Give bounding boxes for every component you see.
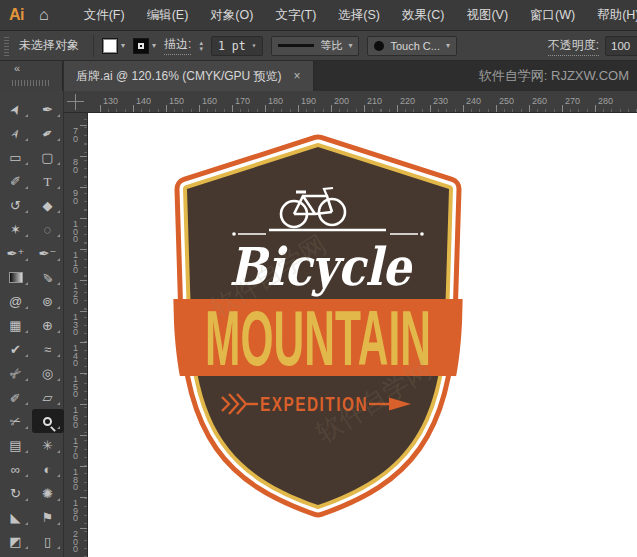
vruler-label: 2 0 0 [64,531,87,554]
chevron-down-icon[interactable]: ▾ [446,41,450,50]
fill-swatch[interactable] [102,38,118,54]
badge-artwork[interactable]: Bicycle MOUNTAIN EXPEDITION 软件自学网 软件自学网 [88,113,637,557]
artboard-tool[interactable]: ▯ [32,529,64,553]
menu-item-5[interactable]: 选择(S) [327,0,391,31]
eraser-tool-icon: ◆ [43,199,53,212]
blend-tool-icon: ⊚ [42,295,53,308]
pencil-tool[interactable]: ✏ [0,385,32,409]
free-transform-tool[interactable]: ✳ [32,433,64,457]
paintbrush-tool[interactable]: ✐ [0,169,32,193]
hruler-label: 170 [235,96,250,106]
symbol-spinner-tool-icon: ↻ [10,487,21,500]
symbol-sprayer-tool[interactable]: ▤ [0,433,32,457]
rectangular-grid-tool[interactable]: ▦ [0,313,32,337]
menu-bar: Ai ⌂ 文件(F)编辑(E)对象(O)文字(T)选择(S)效果(C)视图(V)… [0,0,637,31]
chevron-down-icon[interactable]: ▾ [152,41,156,50]
menu-item-9[interactable]: 帮助(H) [586,0,637,31]
symbol-sprayer-tool-icon: ▤ [9,439,21,452]
zoom-tool-icon [43,417,52,426]
shaper-tool[interactable]: ✔ [0,337,32,361]
toolbar-grip[interactable] [12,80,50,86]
opacity-panel-link[interactable]: 不透明度: [548,37,599,56]
polar-grid-tool[interactable]: ⊕ [32,313,64,337]
blend-tool[interactable]: ⊚ [32,289,64,313]
stroke-color-picker[interactable]: ▾ [133,38,156,54]
menu-item-3[interactable]: 对象(O) [199,0,264,31]
perspective-grid-tool[interactable]: ◣ [0,505,32,529]
collapse-panel-button[interactable]: « [14,62,20,74]
brush-dropdown[interactable]: Touch C... ▾ [367,36,457,56]
artboard-canvas[interactable]: Bicycle MOUNTAIN EXPEDITION 软件自学网 软件自学网 [88,113,637,557]
shape-builder-tool-icon: ◎ [42,367,53,380]
vruler-label: 1 0 0 [64,221,87,244]
horizontal-ruler[interactable]: 1301401501601701801902002102202302402502… [64,91,637,113]
vruler-label: 1 7 0 [64,438,87,461]
rotate-tool[interactable]: ↺ [0,193,32,217]
home-icon[interactable]: ⌂ [39,6,49,24]
symbol-shifter-tool[interactable]: ∞ [0,457,32,481]
symbol-scruncher-tool[interactable]: ◐ [32,457,64,481]
selection-status: 未选择对象 [19,37,79,54]
scissors-tool[interactable]: ✂ [0,409,32,433]
curvature-tool-icon: ✒ [40,125,56,142]
gradient-tool[interactable] [0,265,32,289]
opacity-field[interactable]: 100 [605,36,637,56]
stroke-panel-link[interactable]: 描边: [164,36,191,55]
graph-tool[interactable]: ⚑ [32,505,64,529]
magic-wand-tool[interactable]: ✶ [0,217,32,241]
stroke-weight-stepper[interactable]: ▴ ▾ [199,40,203,52]
spiral-tool[interactable]: @ [0,289,32,313]
app-logo[interactable]: Ai [9,6,24,24]
zoom-tool[interactable] [32,409,64,433]
ruler-tick [199,105,200,112]
chevron-down-icon[interactable]: ▾ [348,41,352,50]
ruler-tick [562,105,563,112]
warp-tool[interactable]: ≈ [32,337,64,361]
knife-tool[interactable]: ✄ [0,361,32,385]
close-tab-icon[interactable]: × [294,69,301,83]
polar-grid-tool-icon: ⊕ [42,319,53,332]
stroke-swatch[interactable] [133,38,149,54]
menu-item-6[interactable]: 效果(C) [391,0,455,31]
vertical-ruler[interactable]: 7 08 09 01 0 01 1 01 2 01 3 01 4 01 5 01… [64,113,88,557]
width-profile-label: 等比 [320,38,342,53]
pen-tool-icon: ✒ [42,103,53,116]
symbol-shifter-tool-icon: ∞ [11,463,20,476]
menu-item-2[interactable]: 编辑(E) [136,0,200,31]
symbol-stainer-tool[interactable]: ✺ [32,481,64,505]
chevron-down-icon[interactable]: ▾ [121,41,125,50]
selection-tool[interactable]: ➤ [0,97,32,121]
rounded-rectangle-tool[interactable]: ▢ [32,145,64,169]
pen-tool[interactable]: ✒ [32,97,64,121]
fill-color-picker[interactable]: ▾ [102,38,125,54]
width-profile-dropdown[interactable]: 等比 ▾ [271,36,359,56]
hruler-label: 150 [169,96,184,106]
type-tool[interactable]: T [32,169,64,193]
menu-item-7[interactable]: 视图(V) [455,0,519,31]
chevron-down-icon[interactable]: ▾ [252,41,257,50]
vruler-label: 9 0 [64,190,87,205]
eraser-tool[interactable]: ◆ [32,193,64,217]
step-down-icon[interactable]: ▾ [199,46,203,52]
menu-item-4[interactable]: 文字(T) [264,0,327,31]
free-transform-tool-icon: ✳ [42,439,53,452]
symbol-spinner-tool[interactable]: ↻ [0,481,32,505]
menu-item-1[interactable]: 文件(F) [73,0,136,31]
add-anchor-point-tool[interactable]: ✒⁺ [0,241,32,265]
ruler-origin-crosshair [64,91,88,113]
eyedropper-tool[interactable]: ✎ [32,265,64,289]
direct-selection-tool[interactable]: ➢ [0,121,32,145]
3d-object-tool[interactable]: ◩ [0,529,32,553]
delete-anchor-point-tool[interactable]: ✒⁻ [32,241,64,265]
lasso-tool[interactable]: ◌ [32,217,64,241]
stroke-weight-field[interactable]: 1 pt ▾ [211,36,264,56]
graph-tool-icon: ⚑ [42,511,54,524]
panel-grip[interactable] [4,36,9,56]
document-tab[interactable]: 盾牌.ai @ 120.16% (CMYK/GPU 预览) × [64,61,314,91]
rectangle-tool[interactable]: ▭ [0,145,32,169]
shape-builder-tool[interactable]: ◎ [32,361,64,385]
menu-item-8[interactable]: 窗口(W) [519,0,586,31]
slice-tool[interactable]: ▱ [32,385,64,409]
delete-anchor-point-tool-icon: ✒⁻ [39,247,57,260]
curvature-tool[interactable]: ✒ [32,121,64,145]
